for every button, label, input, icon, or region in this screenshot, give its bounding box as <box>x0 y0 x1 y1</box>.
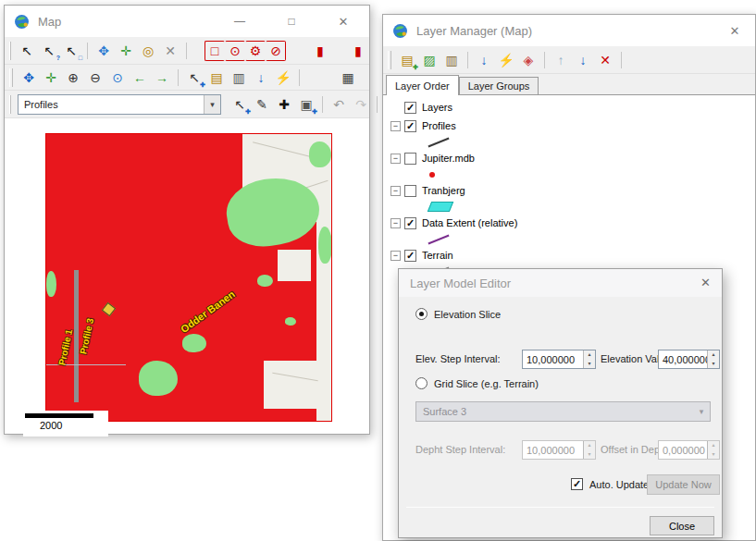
dialog-close-button[interactable]: Close <box>650 516 714 535</box>
add-database-layer-button[interactable]: ▥ <box>441 50 462 70</box>
layer-label[interactable]: Profiles <box>422 120 456 131</box>
undo-button[interactable]: ↶ <box>328 94 349 115</box>
add-profile-tool[interactable]: ↖✚ <box>229 94 250 115</box>
elev-step-interval-input[interactable]: 10,000000 ▴▾ <box>522 350 596 369</box>
layer-row-terrain[interactable]: −✓Terrain <box>383 246 755 264</box>
elevation-value-value[interactable]: 40,000000 <box>659 354 707 365</box>
spinner-up-icon[interactable]: ▴ <box>708 350 719 360</box>
elevation-value-input[interactable]: 40,000000 ▴▾ <box>658 350 720 369</box>
zoom-select-red-tool[interactable]: ⊙ <box>225 41 245 61</box>
layer-label[interactable]: Layers <box>422 102 452 113</box>
profile-slice-marker-2[interactable]: ▮ <box>348 41 368 61</box>
spinner-icons[interactable]: ▴▾ <box>583 350 595 368</box>
toolbar-grip[interactable] <box>9 95 11 114</box>
layer-visibility-checkbox[interactable]: ✓ <box>404 102 416 114</box>
zoom-window-red-tool[interactable]: □ <box>204 41 225 61</box>
feature-info-tool[interactable]: ↖? <box>39 41 59 61</box>
elev-step-interval-value[interactable]: 10,000000 <box>523 354 583 365</box>
profile-flag-marker[interactable] <box>102 302 116 316</box>
toolbar-grip[interactable] <box>9 68 13 87</box>
layer-label[interactable]: Data Extent (relative) <box>422 217 517 228</box>
layer-row-jupiter-mdb[interactable]: −Jupiter.mdb <box>383 149 755 167</box>
add-annotation-tool[interactable]: ▣✚ <box>296 94 316 115</box>
delete-selection-tool[interactable]: ✕ <box>160 41 180 61</box>
spinner-icons[interactable]: ▴▾ <box>707 350 719 368</box>
collapse-icon[interactable]: − <box>390 154 401 164</box>
layer-visibility-checkbox[interactable] <box>404 153 416 165</box>
profiles-dropdown[interactable]: Profiles ▾ <box>18 94 221 115</box>
close-button[interactable]: ✕ <box>714 15 755 46</box>
move-layer-up-button[interactable]: ↑ <box>551 50 571 70</box>
layer-label[interactable]: Terrain <box>422 250 453 261</box>
layer-row-layers[interactable]: ✓Layers <box>383 98 755 117</box>
layer-manager-titlebar[interactable]: Layer Manager (Map) ✕ <box>383 15 755 46</box>
elevation-slice-radio[interactable] <box>415 308 428 320</box>
tab-layer-groups[interactable]: Layer Groups <box>459 77 539 94</box>
remove-layer-button[interactable]: ✕ <box>595 50 615 70</box>
zoom-in-tool[interactable]: ⊕ <box>63 68 83 88</box>
toolbar-grip[interactable] <box>9 42 11 60</box>
toolbar-separator <box>322 96 323 113</box>
layer-visibility-checkbox[interactable]: ✓ <box>404 217 416 229</box>
collapse-icon[interactable]: − <box>390 251 401 261</box>
map-window-titlebar[interactable]: Map — □ ✕ <box>5 6 369 37</box>
select-box-tool[interactable]: ↖□ <box>61 41 81 61</box>
spinner-down-icon[interactable]: ▾ <box>708 360 719 369</box>
collapse-icon[interactable]: − <box>390 218 401 228</box>
chevron-down-icon[interactable]: ▾ <box>204 95 220 114</box>
layer-label[interactable]: Jupiter.mdb <box>422 153 475 164</box>
previous-extent-tool[interactable]: ← <box>130 68 150 88</box>
layer-row-data-extent[interactable]: −✓Data Extent (relative) <box>383 214 755 232</box>
auto-update-checkbox[interactable]: ✓ <box>571 478 583 490</box>
collapse-icon[interactable]: − <box>390 186 401 196</box>
add-point-tool[interactable]: ↖✚ <box>184 68 204 88</box>
close-button[interactable]: ✕ <box>317 6 369 37</box>
import-layer-button[interactable]: ↓ <box>474 50 494 70</box>
add-map-layer-button[interactable]: ▤✚ <box>397 50 417 70</box>
draw-profile-tool[interactable]: ✎ <box>252 94 272 115</box>
recenter-tool[interactable]: ✛ <box>41 68 61 88</box>
grid-toggle-tool[interactable]: ▦ <box>338 68 358 88</box>
dialog-titlebar[interactable]: Layer Model Editor ✕ <box>399 269 722 297</box>
import-data-tool[interactable]: ↓ <box>251 68 271 88</box>
layer-row-profiles[interactable]: −✓Profiles <box>383 117 755 135</box>
toolbar-grip[interactable] <box>388 51 391 69</box>
profile-slice-marker-1[interactable]: ▮ <box>310 41 330 61</box>
zoom-full-extent-tool[interactable]: ⊙ <box>107 68 128 88</box>
map-canvas[interactable]: Profile 1 Profile 3 Odder Banen <box>45 133 332 422</box>
grid-slice-option[interactable]: Grid Slice (e.g. Terrain) <box>415 377 539 389</box>
layer-label[interactable]: Tranbjerg <box>422 185 465 196</box>
layer-visibility-checkbox[interactable]: ✓ <box>404 120 416 132</box>
select-tool[interactable]: ↖ <box>17 41 37 61</box>
spinner-up-icon[interactable]: ▴ <box>584 350 595 360</box>
grid-slice-radio[interactable] <box>415 377 428 389</box>
spinner-down-icon[interactable]: ▾ <box>584 360 595 369</box>
collapse-icon[interactable]: − <box>390 121 401 131</box>
layer-visibility-checkbox[interactable] <box>404 185 416 197</box>
next-extent-tool[interactable]: → <box>152 68 172 88</box>
auto-update-layers-button[interactable]: ⚡ <box>496 50 516 70</box>
layers-tool[interactable]: ▤ <box>206 68 227 88</box>
clear-slice-tool[interactable]: ⊘ <box>266 41 286 61</box>
snap-tool[interactable]: ◎ <box>138 41 158 61</box>
maximize-button[interactable]: □ <box>266 6 317 37</box>
move-feature-tool[interactable]: ✥ <box>93 41 114 61</box>
edit-vertex-tool[interactable]: ✛ <box>116 41 136 61</box>
slice-settings-tool[interactable]: ⚙ <box>245 41 266 61</box>
close-icon[interactable]: ✕ <box>700 276 711 289</box>
add-node-tool[interactable]: ✚ <box>274 94 294 115</box>
profile-line[interactable] <box>74 270 79 402</box>
minimize-button[interactable]: — <box>214 6 266 37</box>
tab-layer-order[interactable]: Layer Order <box>386 75 459 95</box>
layer-row-tranbjerg[interactable]: −Tranbjerg <box>383 181 755 200</box>
layer-symbology-button[interactable]: ◈ <box>518 50 539 70</box>
elevation-slice-option[interactable]: Elevation Slice <box>415 308 501 320</box>
auto-refresh-tool[interactable]: ⚡ <box>273 68 293 88</box>
pan-tool[interactable]: ✥ <box>19 68 39 88</box>
add-grid-layer-button[interactable]: ▨ <box>419 50 440 70</box>
zoom-out-tool[interactable]: ⊖ <box>85 68 105 88</box>
layer-visibility-checkbox[interactable]: ✓ <box>404 250 416 262</box>
print-map-tool[interactable]: ▥ <box>229 68 249 88</box>
move-layer-down-button[interactable]: ↓ <box>573 50 593 70</box>
redo-button[interactable]: ↷ <box>351 94 371 115</box>
